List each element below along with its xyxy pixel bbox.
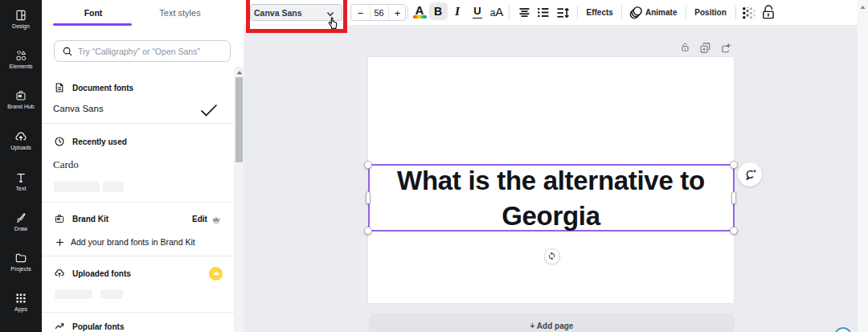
svg-text:co.: co. <box>57 218 59 219</box>
svg-text:co.: co. <box>18 95 22 97</box>
